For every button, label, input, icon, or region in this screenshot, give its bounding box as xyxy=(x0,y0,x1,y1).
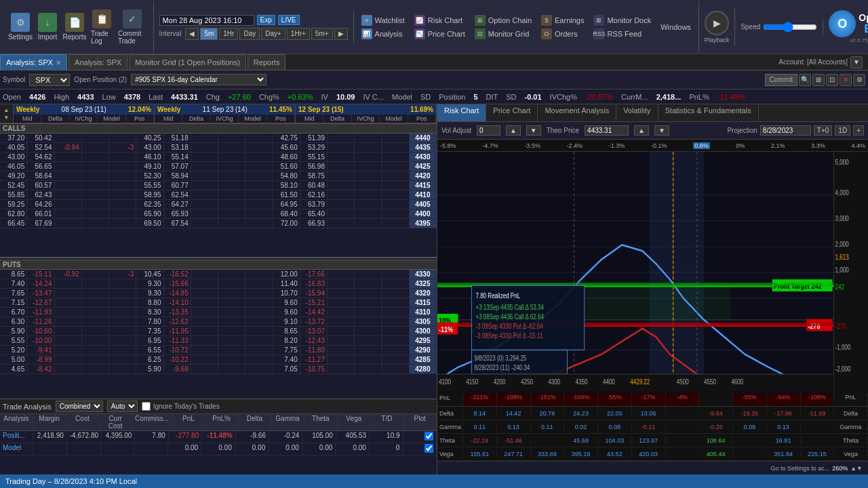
svg-text:2,000: 2,000 xyxy=(835,241,849,248)
separator[interactable] xyxy=(0,257,437,258)
risk-chart-svg: 5,000 4,000 3,000 2,000 1,613 1,000 242 … xyxy=(437,152,868,393)
table-row: 37.2050.42 40.2551.18 42.7551.39 4440 xyxy=(0,134,437,143)
ta-type-select[interactable]: Combined xyxy=(56,401,103,412)
speed-slider[interactable] xyxy=(763,22,817,33)
pnlpct-val: -11.48% xyxy=(717,93,745,101)
commit-button[interactable]: Commit xyxy=(765,74,797,86)
tab-close-1[interactable]: ✕ xyxy=(56,59,61,66)
datetime-input[interactable] xyxy=(159,15,254,26)
tab-risk-chart[interactable]: Risk Chart xyxy=(437,104,486,121)
windows-menu[interactable]: Windows xyxy=(658,22,693,32)
prev-btn[interactable]: ◀ xyxy=(185,28,199,40)
proj-1d[interactable]: 1D xyxy=(835,125,850,136)
theo-price-input[interactable] xyxy=(585,125,629,136)
interval-dayplus[interactable]: Day+ xyxy=(261,28,285,40)
position-select[interactable]: #905 SPX 16-day Calendar xyxy=(131,74,267,85)
price-row: Open 4426 High 4433 Low 4378 Last 4433.3… xyxy=(0,89,868,104)
tab-statistics[interactable]: Statistics & Fundamentals xyxy=(658,104,759,121)
nav-arrows[interactable]: ▲ ▼ xyxy=(0,104,14,123)
proj-date-input[interactable] xyxy=(760,125,811,136)
plot-checkbox-1[interactable] xyxy=(425,432,433,441)
monitor-grid-label: Monitor Grid xyxy=(488,30,530,38)
settings-icon: ⚙ xyxy=(11,13,30,32)
tab-movement-analysis[interactable]: Movement Analysis xyxy=(538,104,616,121)
orders-menu[interactable]: O Orders xyxy=(539,28,586,40)
proj-plus[interactable]: + xyxy=(853,125,864,136)
interval-5mplus[interactable]: 5m+ xyxy=(311,28,333,40)
analysis-menu[interactable]: 📊 Analysis xyxy=(359,28,407,40)
theo-down[interactable]: ▼ xyxy=(654,125,669,136)
zoom-icon[interactable]: 🔍 xyxy=(799,74,811,86)
svg-text:-278: -278 xyxy=(835,323,846,330)
pnlpct-label: PnL% xyxy=(689,93,709,101)
vol-adjust-label: Vol Adjust xyxy=(441,127,471,134)
plot-checkbox-2[interactable] xyxy=(425,444,433,453)
table-row: 5.00-8.99 6.25-10.22 7.40-11.27 4285 xyxy=(0,355,437,365)
tab-monitor-grid[interactable]: Monitor Grid (1 Open Positions) xyxy=(129,54,246,70)
play-button[interactable]: ▶ xyxy=(705,11,729,35)
reports-button[interactable]: 📄 Reports xyxy=(61,12,88,42)
settings-small-icon[interactable]: ⚙ xyxy=(853,74,865,86)
interval-1hr[interactable]: 1Hr xyxy=(219,28,238,40)
vol-down[interactable]: ▼ xyxy=(526,125,541,136)
table-row: 43.0054.62 46.1055.14 48.6055.15 4430 xyxy=(0,152,437,162)
svg-text:+3 13Sep 4435 Call Δ 53.34: +3 13Sep 4435 Call Δ 53.34 xyxy=(475,304,543,311)
ta-auto-select[interactable]: Auto xyxy=(107,401,138,412)
ivchg-label: IVChg% xyxy=(550,93,577,101)
interval-day[interactable]: Day xyxy=(239,28,260,40)
proj-t0[interactable]: T+0 xyxy=(814,125,833,136)
ivc-label: IV C... xyxy=(363,93,384,101)
currm-label: CurrM... xyxy=(621,93,648,101)
tab-analysis-spx-2[interactable]: Analysis: SPX xyxy=(68,54,127,70)
option-chain-icon: ⊞ xyxy=(475,15,486,26)
trade-log-button[interactable]: 📋 Trade Log xyxy=(88,8,115,46)
monitor-grid-menu[interactable]: ⊟ Monitor Grid xyxy=(473,28,534,40)
settings-button[interactable]: ⚙ Settings xyxy=(7,12,34,42)
monitor-dock-icon: ⊠ xyxy=(593,15,604,26)
commit-trade-button[interactable]: ✓ Commit Trade xyxy=(115,8,149,46)
logo-explorer: Explorer xyxy=(859,23,868,35)
iv-label: IV xyxy=(321,93,328,101)
theo-up[interactable]: ▲ xyxy=(634,125,649,136)
tab-volatility[interactable]: Volatility xyxy=(616,104,658,121)
ta-title: Trade Analysis xyxy=(3,403,52,411)
exp-date-1: 08 Sep 23 (11) xyxy=(62,106,106,113)
earnings-menu[interactable]: $ Earnings xyxy=(539,14,586,26)
monitor-dock-menu[interactable]: ⊠ Monitor Dock xyxy=(591,14,653,26)
ivchg-val: -20.57% xyxy=(585,93,613,101)
menu-section: ≡ Watchlist 📊 Analysis 📈 Risk Chart 📉 Pr… xyxy=(354,1,699,52)
svg-text:4400: 4400 xyxy=(603,378,615,386)
reports-icon: 📄 xyxy=(65,13,84,32)
ignore-checkbox[interactable] xyxy=(142,402,151,411)
play-section: ▶ Playback xyxy=(699,8,736,46)
price-chart-menu[interactable]: 📉 Price Chart xyxy=(412,28,467,40)
option-chain-menu[interactable]: ⊞ Option Chain xyxy=(473,14,534,26)
svg-text:+3 08Sep 4436 Call Δ 62.64: +3 08Sep 4436 Call Δ 62.64 xyxy=(475,313,543,321)
interval-1hrplus[interactable]: 1Hr+ xyxy=(287,28,310,40)
symbol-select[interactable]: SPX xyxy=(29,74,70,86)
calls-table: 37.2050.42 40.2551.18 42.7551.39 4440 40… xyxy=(0,134,437,256)
account-icon[interactable]: ▼ xyxy=(850,56,863,68)
layout-icon[interactable]: ⊞ xyxy=(812,74,825,86)
close-icon[interactable]: ✕ xyxy=(840,74,852,86)
risk-chart-menu[interactable]: 📈 Risk Chart xyxy=(412,14,467,26)
svg-text:3,000: 3,000 xyxy=(835,215,849,222)
svg-text:4350: 4350 xyxy=(576,378,588,386)
table-row: 7.65-13.47 9.30-14.85 10.70-15.94 4320 xyxy=(0,289,437,298)
tab-price-chart[interactable]: Price Chart xyxy=(486,104,538,121)
expand-icon[interactable]: ⊡ xyxy=(826,74,838,86)
svg-text:4600: 4600 xyxy=(731,378,743,386)
import-button[interactable]: ↓ Import xyxy=(34,12,61,42)
vol-up[interactable]: ▲ xyxy=(506,125,521,136)
next-btn[interactable]: ▶ xyxy=(334,28,348,40)
last-val: 4433.31 xyxy=(171,93,198,101)
rss-feed-menu[interactable]: RSS RSS Feed xyxy=(591,28,653,40)
chart-tabs: Risk Chart Price Chart Movement Analysis… xyxy=(437,104,868,122)
tab-reports[interactable]: Reports xyxy=(248,54,286,70)
interval-5m[interactable]: 5m xyxy=(200,28,218,40)
tab-analysis-spx-1[interactable]: Analysis: SPX ✕ xyxy=(0,54,67,70)
settings-label: Settings xyxy=(8,33,33,41)
watchlist-menu[interactable]: ≡ Watchlist xyxy=(359,14,407,26)
vol-adjust-input[interactable] xyxy=(477,125,500,136)
svg-text:4550: 4550 xyxy=(704,378,716,386)
